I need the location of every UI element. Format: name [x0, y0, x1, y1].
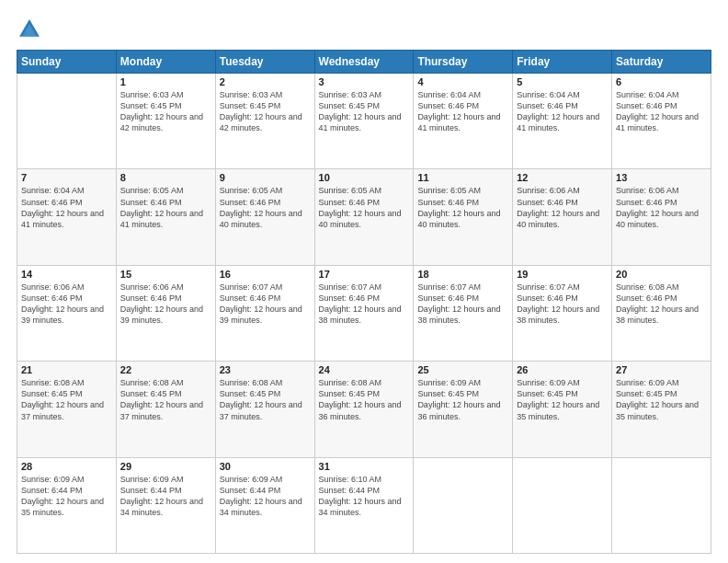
calendar-cell: 11Sunrise: 6:05 AMSunset: 6:46 PMDayligh… — [414, 169, 513, 265]
calendar-cell: 30Sunrise: 6:09 AMSunset: 6:44 PMDayligh… — [215, 457, 314, 553]
calendar-day-header: Friday — [513, 51, 612, 74]
calendar-cell: 28Sunrise: 6:09 AMSunset: 6:44 PMDayligh… — [17, 457, 117, 553]
calendar-cell — [612, 457, 711, 553]
day-info: Sunrise: 6:07 AMSunset: 6:46 PMDaylight:… — [220, 282, 311, 327]
day-info: Sunrise: 6:09 AMSunset: 6:45 PMDaylight:… — [616, 377, 707, 422]
calendar-week-row: 14Sunrise: 6:06 AMSunset: 6:46 PMDayligh… — [17, 265, 711, 361]
day-info: Sunrise: 6:06 AMSunset: 6:46 PMDaylight:… — [616, 185, 707, 230]
day-info: Sunrise: 6:07 AMSunset: 6:46 PMDaylight:… — [517, 282, 608, 327]
calendar-header-row: SundayMondayTuesdayWednesdayThursdayFrid… — [17, 51, 711, 74]
day-number: 24 — [319, 364, 410, 375]
day-number: 23 — [220, 364, 311, 375]
day-info: Sunrise: 6:05 AMSunset: 6:46 PMDaylight:… — [319, 185, 410, 230]
day-number: 14 — [21, 269, 112, 280]
day-number: 11 — [417, 172, 508, 183]
day-number: 9 — [220, 172, 311, 183]
day-info: Sunrise: 6:08 AMSunset: 6:45 PMDaylight:… — [220, 377, 311, 422]
calendar-cell: 8Sunrise: 6:05 AMSunset: 6:46 PMDaylight… — [116, 169, 215, 265]
day-info: Sunrise: 6:04 AMSunset: 6:46 PMDaylight:… — [21, 185, 112, 230]
calendar-day-header: Wednesday — [314, 51, 414, 74]
day-info: Sunrise: 6:08 AMSunset: 6:45 PMDaylight:… — [319, 377, 410, 422]
day-info: Sunrise: 6:04 AMSunset: 6:46 PMDaylight:… — [417, 89, 508, 134]
day-number: 20 — [616, 269, 707, 280]
day-number: 18 — [417, 269, 508, 280]
day-number: 21 — [21, 364, 112, 375]
page: SundayMondayTuesdayWednesdayThursdayFrid… — [0, 0, 728, 563]
day-info: Sunrise: 6:09 AMSunset: 6:45 PMDaylight:… — [417, 377, 508, 422]
calendar-cell: 24Sunrise: 6:08 AMSunset: 6:45 PMDayligh… — [314, 362, 414, 457]
day-number: 2 — [220, 76, 311, 87]
calendar-day-header: Saturday — [612, 51, 711, 74]
calendar-week-row: 21Sunrise: 6:08 AMSunset: 6:45 PMDayligh… — [17, 362, 711, 457]
day-number: 6 — [616, 76, 707, 87]
day-number: 29 — [120, 461, 211, 472]
day-info: Sunrise: 6:09 AMSunset: 6:45 PMDaylight:… — [517, 377, 608, 422]
calendar-cell: 23Sunrise: 6:08 AMSunset: 6:45 PMDayligh… — [215, 362, 314, 457]
day-number: 17 — [319, 269, 410, 280]
day-info: Sunrise: 6:06 AMSunset: 6:46 PMDaylight:… — [21, 282, 112, 327]
day-number: 3 — [319, 76, 410, 87]
day-info: Sunrise: 6:08 AMSunset: 6:46 PMDaylight:… — [616, 282, 707, 327]
day-info: Sunrise: 6:09 AMSunset: 6:44 PMDaylight:… — [21, 474, 112, 519]
calendar-cell: 21Sunrise: 6:08 AMSunset: 6:45 PMDayligh… — [17, 362, 117, 457]
day-number: 8 — [120, 172, 211, 183]
day-number: 22 — [120, 364, 211, 375]
calendar-cell: 20Sunrise: 6:08 AMSunset: 6:46 PMDayligh… — [612, 265, 711, 361]
day-number: 1 — [120, 76, 211, 87]
calendar-day-header: Sunday — [17, 51, 117, 74]
calendar-day-header: Tuesday — [215, 51, 314, 74]
day-info: Sunrise: 6:04 AMSunset: 6:46 PMDaylight:… — [616, 89, 707, 134]
calendar-day-header: Thursday — [414, 51, 513, 74]
calendar-cell: 17Sunrise: 6:07 AMSunset: 6:46 PMDayligh… — [314, 265, 414, 361]
day-number: 4 — [417, 76, 508, 87]
day-info: Sunrise: 6:08 AMSunset: 6:45 PMDaylight:… — [21, 377, 112, 422]
calendar-table: SundayMondayTuesdayWednesdayThursdayFrid… — [17, 50, 711, 554]
day-number: 19 — [517, 269, 608, 280]
calendar-cell: 12Sunrise: 6:06 AMSunset: 6:46 PMDayligh… — [513, 169, 612, 265]
calendar-cell: 31Sunrise: 6:10 AMSunset: 6:44 PMDayligh… — [314, 457, 414, 553]
calendar-cell: 10Sunrise: 6:05 AMSunset: 6:46 PMDayligh… — [314, 169, 414, 265]
day-info: Sunrise: 6:05 AMSunset: 6:46 PMDaylight:… — [220, 185, 311, 230]
calendar-week-row: 7Sunrise: 6:04 AMSunset: 6:46 PMDaylight… — [17, 169, 711, 265]
calendar-cell — [17, 74, 117, 169]
logo-icon — [17, 17, 42, 42]
day-info: Sunrise: 6:05 AMSunset: 6:46 PMDaylight:… — [417, 185, 508, 230]
day-info: Sunrise: 6:03 AMSunset: 6:45 PMDaylight:… — [220, 89, 311, 134]
day-number: 27 — [616, 364, 707, 375]
day-number: 15 — [120, 269, 211, 280]
day-number: 16 — [220, 269, 311, 280]
calendar-cell: 7Sunrise: 6:04 AMSunset: 6:46 PMDaylight… — [17, 169, 117, 265]
day-info: Sunrise: 6:08 AMSunset: 6:45 PMDaylight:… — [120, 377, 211, 422]
calendar-cell: 18Sunrise: 6:07 AMSunset: 6:46 PMDayligh… — [414, 265, 513, 361]
day-number: 7 — [21, 172, 112, 183]
day-info: Sunrise: 6:03 AMSunset: 6:45 PMDaylight:… — [120, 89, 211, 134]
calendar-cell: 15Sunrise: 6:06 AMSunset: 6:46 PMDayligh… — [116, 265, 215, 361]
calendar-cell — [513, 457, 612, 553]
calendar-cell: 26Sunrise: 6:09 AMSunset: 6:45 PMDayligh… — [513, 362, 612, 457]
day-info: Sunrise: 6:03 AMSunset: 6:45 PMDaylight:… — [319, 89, 410, 134]
calendar-cell: 6Sunrise: 6:04 AMSunset: 6:46 PMDaylight… — [612, 74, 711, 169]
calendar-cell: 1Sunrise: 6:03 AMSunset: 6:45 PMDaylight… — [116, 74, 215, 169]
day-number: 5 — [517, 76, 608, 87]
day-info: Sunrise: 6:06 AMSunset: 6:46 PMDaylight:… — [120, 282, 211, 327]
calendar-cell: 5Sunrise: 6:04 AMSunset: 6:46 PMDaylight… — [513, 74, 612, 169]
calendar-day-header: Monday — [116, 51, 215, 74]
day-number: 13 — [616, 172, 707, 183]
calendar-cell: 9Sunrise: 6:05 AMSunset: 6:46 PMDaylight… — [215, 169, 314, 265]
day-number: 12 — [517, 172, 608, 183]
day-info: Sunrise: 6:06 AMSunset: 6:46 PMDaylight:… — [517, 185, 608, 230]
day-info: Sunrise: 6:10 AMSunset: 6:44 PMDaylight:… — [319, 474, 410, 519]
day-number: 26 — [517, 364, 608, 375]
day-info: Sunrise: 6:07 AMSunset: 6:46 PMDaylight:… — [319, 282, 410, 327]
day-number: 25 — [417, 364, 508, 375]
day-info: Sunrise: 6:09 AMSunset: 6:44 PMDaylight:… — [220, 474, 311, 519]
day-number: 30 — [220, 461, 311, 472]
day-info: Sunrise: 6:07 AMSunset: 6:46 PMDaylight:… — [417, 282, 508, 327]
calendar-cell: 19Sunrise: 6:07 AMSunset: 6:46 PMDayligh… — [513, 265, 612, 361]
calendar-cell: 22Sunrise: 6:08 AMSunset: 6:45 PMDayligh… — [116, 362, 215, 457]
calendar-cell: 14Sunrise: 6:06 AMSunset: 6:46 PMDayligh… — [17, 265, 117, 361]
day-number: 31 — [319, 461, 410, 472]
logo — [17, 17, 46, 42]
calendar-cell: 2Sunrise: 6:03 AMSunset: 6:45 PMDaylight… — [215, 74, 314, 169]
day-info: Sunrise: 6:09 AMSunset: 6:44 PMDaylight:… — [120, 474, 211, 519]
